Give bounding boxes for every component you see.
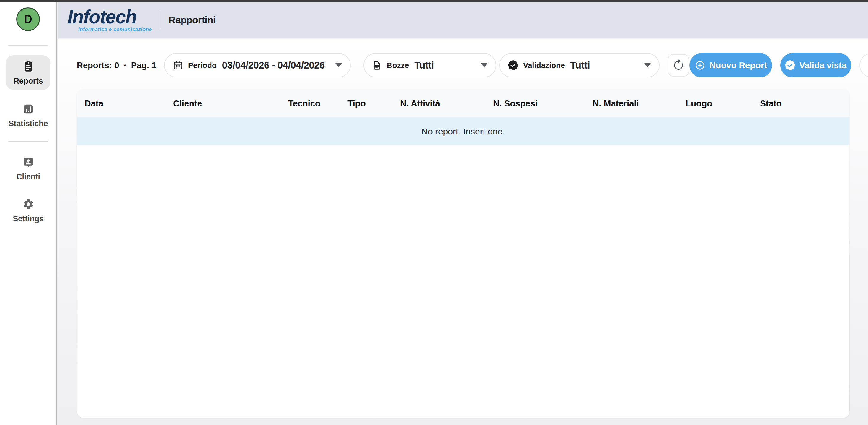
- avatar[interactable]: D: [16, 7, 40, 31]
- brand-logo: Infotech informatica e comunicazione: [68, 7, 152, 32]
- sidebar-item-label: Statistiche: [6, 119, 51, 128]
- valida-vista-label: Valida vista: [799, 60, 846, 70]
- header-divider: [160, 11, 160, 29]
- sidebar-item-label: Settings: [6, 214, 51, 223]
- sidebar-item-reports[interactable]: Reports: [6, 55, 51, 90]
- bozze-filter[interactable]: Bozze Tutti: [364, 53, 496, 78]
- bullet-separator: •: [124, 61, 126, 69]
- sidebar-item-settings[interactable]: Settings: [6, 198, 51, 223]
- refresh-icon: [673, 59, 684, 71]
- seal-check-icon: [785, 60, 795, 70]
- column-header-cliente[interactable]: Cliente: [173, 89, 202, 117]
- seal-check-icon: [508, 60, 518, 70]
- main-area: Infotech informatica e comunicazione Rap…: [58, 2, 868, 425]
- column-header-luogo[interactable]: Luogo: [686, 89, 712, 117]
- window-top-edge: [0, 0, 868, 2]
- empty-state-row: No report. Insert one.: [77, 117, 849, 145]
- clipboard-icon: [6, 61, 51, 74]
- sidebar-item-label: Clienti: [6, 172, 51, 181]
- validazione-filter[interactable]: Validazione Tutti: [499, 53, 659, 78]
- page-indicator: Pag. 1: [131, 61, 156, 70]
- empty-state-message: No report. Insert one.: [421, 126, 505, 137]
- sidebar-divider: [8, 141, 48, 142]
- column-header-materiali[interactable]: N. Materiali: [593, 89, 639, 117]
- column-header-tecnico[interactable]: Tecnico: [288, 89, 320, 117]
- export-button[interactable]: [860, 53, 868, 78]
- calendar-icon: [173, 60, 183, 70]
- plus-circle-icon: [695, 60, 705, 70]
- reports-count: Reports: 0 • Pag. 1: [77, 53, 156, 78]
- gear-icon: [6, 198, 51, 211]
- column-header-stato[interactable]: Stato: [760, 89, 782, 117]
- table-header-row: Data Cliente Tecnico Tipo N. Attività N.…: [77, 89, 849, 117]
- sidebar-divider: [8, 45, 48, 46]
- reports-table: Data Cliente Tecnico Tipo N. Attività N.…: [77, 89, 849, 418]
- content-area: Reports: 0 • Pag. 1 Periodo: [58, 39, 868, 425]
- column-header-tipo[interactable]: Tipo: [347, 89, 366, 117]
- reports-count-label: Reports: 0: [77, 61, 119, 70]
- page-title: Rapportini: [168, 15, 216, 26]
- nuovo-report-button[interactable]: Nuovo Report: [689, 53, 772, 78]
- bar-chart-icon: [6, 103, 51, 116]
- sidebar-item-statistiche[interactable]: Statistiche: [6, 103, 51, 128]
- sidebar-item-clienti[interactable]: Clienti: [6, 157, 51, 181]
- app-header: Infotech informatica e comunicazione Rap…: [58, 2, 868, 38]
- contact-badge-icon: [6, 157, 51, 169]
- periodo-label: Periodo: [188, 61, 217, 70]
- periodo-value: 03/04/2026 - 04/04/2026: [222, 60, 325, 71]
- avatar-initial: D: [24, 13, 32, 26]
- sidebar: D Reports Statistiche: [0, 2, 57, 425]
- validazione-value: Tutti: [570, 60, 590, 71]
- chevron-down-icon: [481, 63, 488, 67]
- column-header-attivita[interactable]: N. Attività: [400, 89, 440, 117]
- document-icon: [372, 61, 382, 70]
- column-header-sospesi[interactable]: N. Sospesi: [493, 89, 537, 117]
- valida-vista-button[interactable]: Valida vista: [780, 53, 851, 78]
- validazione-label: Validazione: [523, 61, 565, 70]
- brand-name: Infotech: [68, 7, 152, 26]
- column-header-data[interactable]: Data: [85, 89, 103, 117]
- periodo-filter[interactable]: Periodo 03/04/2026 - 04/04/2026: [164, 53, 351, 78]
- chevron-down-icon: [644, 63, 651, 67]
- chevron-down-icon: [335, 63, 342, 67]
- sidebar-item-label: Reports: [6, 77, 51, 86]
- bozze-value: Tutti: [414, 60, 434, 71]
- refresh-button[interactable]: [668, 54, 689, 77]
- bozze-label: Bozze: [387, 61, 409, 70]
- brand-tagline: informatica e comunicazione: [68, 27, 152, 32]
- nuovo-report-label: Nuovo Report: [709, 60, 767, 70]
